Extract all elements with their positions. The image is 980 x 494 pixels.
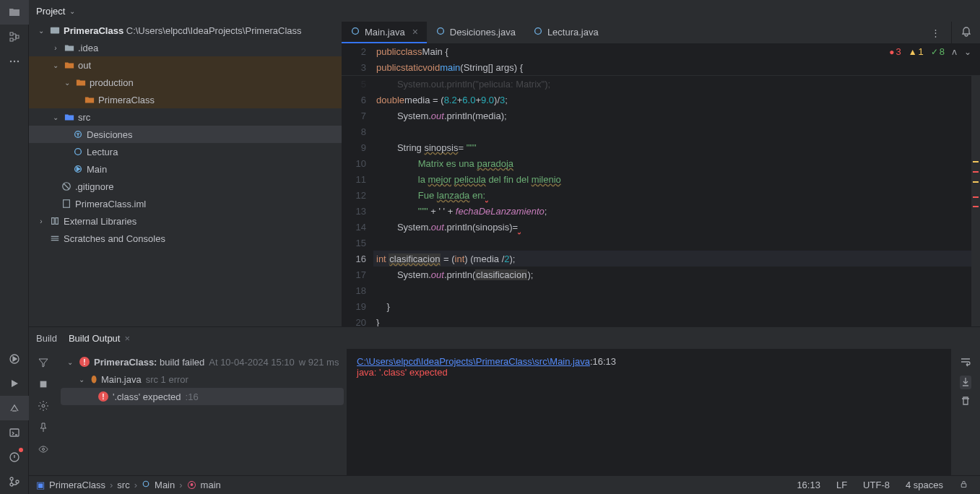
tree-root[interactable]: ⌄ PrimeraClass C:\Users\elpcd\IdeaProjec…	[29, 22, 342, 39]
statusbar: ▣PrimeraClass› src› Main› ⦿main 16:13 LF…	[29, 475, 980, 494]
svg-point-14	[75, 149, 82, 155]
svg-point-20	[535, 27, 542, 34]
tree-scratch[interactable]: ›Scratches and Consoles	[29, 230, 342, 247]
svg-rect-25	[961, 483, 966, 487]
close-icon[interactable]: ×	[124, 333, 130, 344]
tree-iml[interactable]: PrimeraClass.iml	[29, 195, 342, 212]
tree-lectura[interactable]: Lectura	[29, 143, 342, 160]
cursor-position[interactable]: 16:13	[792, 480, 825, 490]
project-tool-button[interactable]	[0, 0, 29, 25]
svg-point-18	[352, 27, 359, 34]
project-panel-header: Project ⌄	[29, 0, 980, 22]
problems-button[interactable]	[0, 445, 29, 469]
run-button[interactable]	[0, 371, 29, 396]
close-icon[interactable]: ×	[412, 26, 418, 38]
svg-point-24	[143, 481, 149, 487]
breadcrumb[interactable]: ▣PrimeraClass› src› Main› ⦿main	[36, 480, 221, 490]
pin-icon[interactable]	[35, 420, 51, 436]
svg-rect-17	[64, 200, 70, 208]
svg-rect-2	[16, 35, 19, 38]
tab-more-icon[interactable]: ⋮	[927, 22, 944, 43]
svg-point-19	[437, 27, 443, 34]
svg-point-9	[10, 477, 13, 480]
filter-icon[interactable]	[35, 355, 51, 370]
view-icon[interactable]	[35, 441, 51, 457]
svg-point-22	[42, 404, 45, 407]
encoding[interactable]: UTF-8	[859, 480, 894, 490]
terminal-button[interactable]	[0, 420, 29, 445]
next-highlight[interactable]: ⌄	[964, 47, 971, 57]
build-row-error[interactable]: ! '.class' expected:16	[61, 388, 344, 405]
tree-src[interactable]: ⌄src	[29, 108, 342, 126]
svg-rect-0	[10, 32, 13, 35]
structure-tool-button[interactable]	[0, 25, 29, 49]
project-panel-title[interactable]: Project	[36, 6, 65, 17]
services-button[interactable]	[0, 347, 29, 371]
svg-rect-21	[40, 381, 47, 388]
tab-lectura[interactable]: Lectura.java	[524, 22, 607, 43]
inspection-indicator[interactable]: ✓ 8	[931, 46, 945, 57]
vcs-button[interactable]	[0, 469, 29, 494]
svg-rect-12	[51, 27, 59, 34]
build-row-root[interactable]: ⌄! PrimeraClass: build failed At 10-04-2…	[61, 353, 344, 370]
soft-wrap-icon[interactable]	[960, 356, 971, 370]
lock-icon[interactable]	[955, 480, 973, 491]
error-stripe[interactable]	[971, 76, 980, 326]
tree-gitignore[interactable]: .gitignore	[29, 178, 342, 195]
chevron-down-icon[interactable]: ⌄	[69, 7, 75, 15]
scroll-to-end-icon[interactable]	[960, 376, 971, 389]
stop-icon[interactable]	[35, 376, 51, 392]
build-output[interactable]: C:\Users\elpcd\IdeaProjects\PrimeraClass…	[347, 349, 951, 475]
error-indicator[interactable]: ● 3	[889, 46, 901, 57]
notifications-button[interactable]	[951, 22, 980, 43]
warning-indicator[interactable]: ▲ 1	[909, 46, 924, 57]
svg-point-23	[43, 448, 45, 451]
svg-point-10	[10, 483, 13, 486]
tree-production[interactable]: ⌄production	[29, 74, 342, 91]
tree-out[interactable]: ⌄out	[29, 56, 342, 74]
svg-point-3	[10, 61, 12, 62]
code-editor[interactable]: 5 System.out.println("pelicula: Matrix")…	[342, 76, 980, 326]
tree-desiciones[interactable]: Desiciones	[29, 126, 342, 143]
clear-icon[interactable]	[960, 395, 971, 409]
sticky-header: 2public class Main { 3 public static voi…	[342, 43, 980, 76]
svg-point-4	[14, 61, 15, 62]
prev-highlight[interactable]: ʌ	[952, 47, 957, 57]
tree-idea[interactable]: ›.idea	[29, 39, 342, 56]
line-ending[interactable]: LF	[832, 480, 851, 490]
tab-main[interactable]: Main.java×	[342, 22, 427, 43]
project-tree[interactable]: ⌄ PrimeraClass C:\Users\elpcd\IdeaProjec…	[29, 22, 342, 326]
settings-icon[interactable]	[35, 398, 51, 414]
build-tab[interactable]: Build	[36, 327, 57, 349]
tree-main[interactable]: Main	[29, 160, 342, 178]
svg-rect-1	[10, 38, 13, 41]
tree-external[interactable]: ›External Libraries	[29, 212, 342, 230]
build-output-tab[interactable]: Build Output×	[69, 327, 130, 349]
build-tree[interactable]: ⌄! PrimeraClass: build failed At 10-04-2…	[58, 349, 347, 475]
tree-primeraclass-out[interactable]: PrimeraClass	[29, 91, 342, 108]
svg-rect-7	[10, 429, 19, 436]
svg-point-5	[17, 61, 19, 62]
build-row-file[interactable]: ⌄⬮ Main.javasrc 1 error	[61, 370, 344, 388]
build-tool-button[interactable]	[0, 396, 29, 420]
more-tool-button[interactable]	[0, 49, 29, 74]
indent[interactable]: 4 spaces	[901, 480, 948, 490]
tab-desiciones[interactable]: Desiciones.java	[427, 22, 524, 43]
